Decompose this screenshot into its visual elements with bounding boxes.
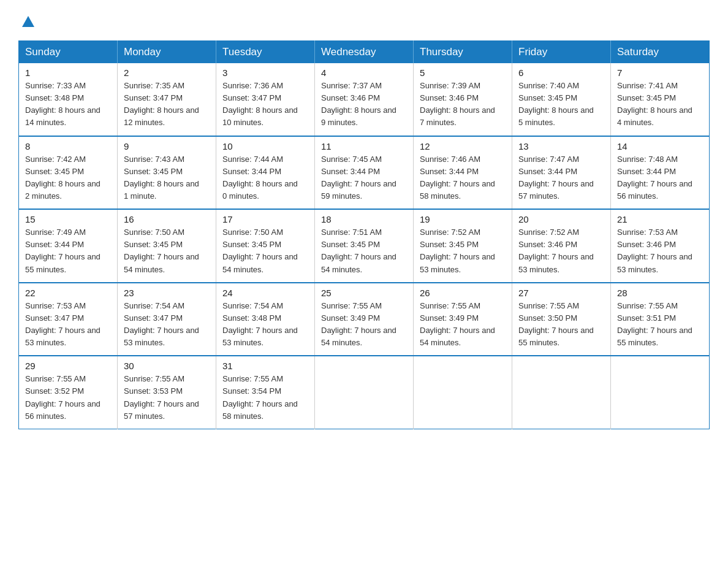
day-of-week-header: Friday <box>512 41 611 64</box>
day-number: 5 <box>420 67 506 78</box>
calendar-day-cell: 11 Sunrise: 7:45 AM Sunset: 3:44 PM Dayl… <box>315 136 414 210</box>
calendar-day-cell: 12 Sunrise: 7:46 AM Sunset: 3:44 PM Dayl… <box>414 136 512 210</box>
day-info: Sunrise: 7:51 AM Sunset: 3:45 PM Dayligh… <box>321 228 396 274</box>
day-info: Sunrise: 7:42 AM Sunset: 3:45 PM Dayligh… <box>25 155 100 201</box>
day-number: 16 <box>124 214 210 224</box>
day-number: 17 <box>222 214 308 224</box>
day-info: Sunrise: 7:50 AM Sunset: 3:45 PM Dayligh… <box>222 228 298 274</box>
day-number: 23 <box>124 288 210 298</box>
days-of-week-row: SundayMondayTuesdayWednesdayThursdayFrid… <box>19 41 710 64</box>
day-info: Sunrise: 7:45 AM Sunset: 3:44 PM Dayligh… <box>321 155 396 201</box>
calendar-day-cell: 29 Sunrise: 7:55 AM Sunset: 3:52 PM Dayl… <box>19 356 118 429</box>
svg-marker-0 <box>22 16 34 27</box>
day-number: 25 <box>321 288 407 298</box>
day-number: 30 <box>124 361 210 371</box>
day-number: 24 <box>222 288 308 298</box>
calendar-body: 1 Sunrise: 7:33 AM Sunset: 3:48 PM Dayli… <box>19 63 710 429</box>
day-number: 26 <box>420 288 506 298</box>
day-number: 13 <box>518 141 604 151</box>
day-info: Sunrise: 7:48 AM Sunset: 3:44 PM Dayligh… <box>617 155 692 201</box>
day-of-week-header: Tuesday <box>216 41 315 64</box>
day-number: 14 <box>617 141 703 151</box>
calendar-day-cell: 14 Sunrise: 7:48 AM Sunset: 3:44 PM Dayl… <box>611 136 710 210</box>
calendar-day-cell: 19 Sunrise: 7:52 AM Sunset: 3:45 PM Dayl… <box>414 209 512 283</box>
day-info: Sunrise: 7:55 AM Sunset: 3:49 PM Dayligh… <box>420 301 495 347</box>
calendar-week-row: 15 Sunrise: 7:49 AM Sunset: 3:44 PM Dayl… <box>19 209 710 283</box>
calendar-day-cell <box>414 356 512 429</box>
calendar-day-cell: 1 Sunrise: 7:33 AM Sunset: 3:48 PM Dayli… <box>19 63 118 136</box>
calendar-day-cell: 23 Sunrise: 7:54 AM Sunset: 3:47 PM Dayl… <box>118 283 216 356</box>
day-number: 9 <box>124 141 210 151</box>
day-number: 8 <box>25 141 111 151</box>
calendar-day-cell: 16 Sunrise: 7:50 AM Sunset: 3:45 PM Dayl… <box>118 209 216 283</box>
logo <box>18 12 37 29</box>
day-info: Sunrise: 7:35 AM Sunset: 3:47 PM Dayligh… <box>124 81 199 127</box>
day-number: 18 <box>321 214 407 224</box>
day-number: 10 <box>222 141 308 151</box>
day-number: 21 <box>617 214 703 224</box>
calendar-day-cell <box>512 356 611 429</box>
calendar-day-cell: 5 Sunrise: 7:39 AM Sunset: 3:46 PM Dayli… <box>414 63 512 136</box>
calendar-day-cell: 15 Sunrise: 7:49 AM Sunset: 3:44 PM Dayl… <box>19 209 118 283</box>
day-info: Sunrise: 7:43 AM Sunset: 3:45 PM Dayligh… <box>124 155 199 201</box>
day-number: 20 <box>518 214 604 224</box>
day-info: Sunrise: 7:55 AM Sunset: 3:51 PM Dayligh… <box>617 301 692 347</box>
calendar-day-cell: 13 Sunrise: 7:47 AM Sunset: 3:44 PM Dayl… <box>512 136 611 210</box>
day-of-week-header: Saturday <box>611 41 710 64</box>
day-number: 31 <box>222 361 308 371</box>
day-number: 7 <box>617 67 703 78</box>
calendar-day-cell: 26 Sunrise: 7:55 AM Sunset: 3:49 PM Dayl… <box>414 283 512 356</box>
calendar-day-cell: 18 Sunrise: 7:51 AM Sunset: 3:45 PM Dayl… <box>315 209 414 283</box>
day-info: Sunrise: 7:55 AM Sunset: 3:50 PM Dayligh… <box>518 301 594 347</box>
calendar-week-row: 1 Sunrise: 7:33 AM Sunset: 3:48 PM Dayli… <box>19 63 710 136</box>
calendar-day-cell: 8 Sunrise: 7:42 AM Sunset: 3:45 PM Dayli… <box>19 136 118 210</box>
calendar-day-cell <box>611 356 710 429</box>
calendar-week-row: 29 Sunrise: 7:55 AM Sunset: 3:52 PM Dayl… <box>19 356 710 429</box>
day-number: 28 <box>617 288 703 298</box>
day-info: Sunrise: 7:53 AM Sunset: 3:46 PM Dayligh… <box>617 228 692 274</box>
day-info: Sunrise: 7:50 AM Sunset: 3:45 PM Dayligh… <box>124 228 199 274</box>
day-info: Sunrise: 7:55 AM Sunset: 3:53 PM Dayligh… <box>124 374 199 420</box>
day-of-week-header: Thursday <box>414 41 512 64</box>
day-info: Sunrise: 7:41 AM Sunset: 3:45 PM Dayligh… <box>617 81 692 127</box>
day-number: 3 <box>222 67 308 78</box>
day-info: Sunrise: 7:40 AM Sunset: 3:45 PM Dayligh… <box>518 81 594 127</box>
calendar-day-cell: 2 Sunrise: 7:35 AM Sunset: 3:47 PM Dayli… <box>118 63 216 136</box>
logo-general-line <box>18 12 37 29</box>
calendar-day-cell: 7 Sunrise: 7:41 AM Sunset: 3:45 PM Dayli… <box>611 63 710 136</box>
calendar-day-cell: 24 Sunrise: 7:54 AM Sunset: 3:48 PM Dayl… <box>216 283 315 356</box>
day-info: Sunrise: 7:47 AM Sunset: 3:44 PM Dayligh… <box>518 155 594 201</box>
day-number: 27 <box>518 288 604 298</box>
calendar-day-cell: 9 Sunrise: 7:43 AM Sunset: 3:45 PM Dayli… <box>118 136 216 210</box>
day-number: 1 <box>25 67 111 78</box>
day-info: Sunrise: 7:55 AM Sunset: 3:54 PM Dayligh… <box>222 374 298 420</box>
day-info: Sunrise: 7:37 AM Sunset: 3:46 PM Dayligh… <box>321 81 396 127</box>
day-number: 15 <box>25 214 111 224</box>
day-number: 11 <box>321 141 407 151</box>
calendar-day-cell: 27 Sunrise: 7:55 AM Sunset: 3:50 PM Dayl… <box>512 283 611 356</box>
calendar-day-cell: 3 Sunrise: 7:36 AM Sunset: 3:47 PM Dayli… <box>216 63 315 136</box>
calendar-day-cell: 22 Sunrise: 7:53 AM Sunset: 3:47 PM Dayl… <box>19 283 118 356</box>
day-number: 12 <box>420 141 506 151</box>
day-info: Sunrise: 7:39 AM Sunset: 3:46 PM Dayligh… <box>420 81 495 127</box>
calendar-header: SundayMondayTuesdayWednesdayThursdayFrid… <box>19 41 710 64</box>
day-info: Sunrise: 7:55 AM Sunset: 3:52 PM Dayligh… <box>25 374 100 420</box>
day-number: 19 <box>420 214 506 224</box>
day-info: Sunrise: 7:54 AM Sunset: 3:48 PM Dayligh… <box>222 301 298 347</box>
day-number: 2 <box>124 67 210 78</box>
day-info: Sunrise: 7:36 AM Sunset: 3:47 PM Dayligh… <box>222 81 298 127</box>
calendar-day-cell: 30 Sunrise: 7:55 AM Sunset: 3:53 PM Dayl… <box>118 356 216 429</box>
calendar-day-cell: 4 Sunrise: 7:37 AM Sunset: 3:46 PM Dayli… <box>315 63 414 136</box>
calendar-day-cell: 10 Sunrise: 7:44 AM Sunset: 3:44 PM Dayl… <box>216 136 315 210</box>
calendar-day-cell: 21 Sunrise: 7:53 AM Sunset: 3:46 PM Dayl… <box>611 209 710 283</box>
calendar-day-cell: 25 Sunrise: 7:55 AM Sunset: 3:49 PM Dayl… <box>315 283 414 356</box>
page-header <box>18 12 710 29</box>
day-info: Sunrise: 7:52 AM Sunset: 3:45 PM Dayligh… <box>420 228 495 274</box>
day-info: Sunrise: 7:52 AM Sunset: 3:46 PM Dayligh… <box>518 228 594 274</box>
day-of-week-header: Sunday <box>19 41 118 64</box>
day-number: 22 <box>25 288 111 298</box>
calendar-day-cell <box>315 356 414 429</box>
day-number: 29 <box>25 361 111 371</box>
day-info: Sunrise: 7:46 AM Sunset: 3:44 PM Dayligh… <box>420 155 495 201</box>
calendar-day-cell: 17 Sunrise: 7:50 AM Sunset: 3:45 PM Dayl… <box>216 209 315 283</box>
